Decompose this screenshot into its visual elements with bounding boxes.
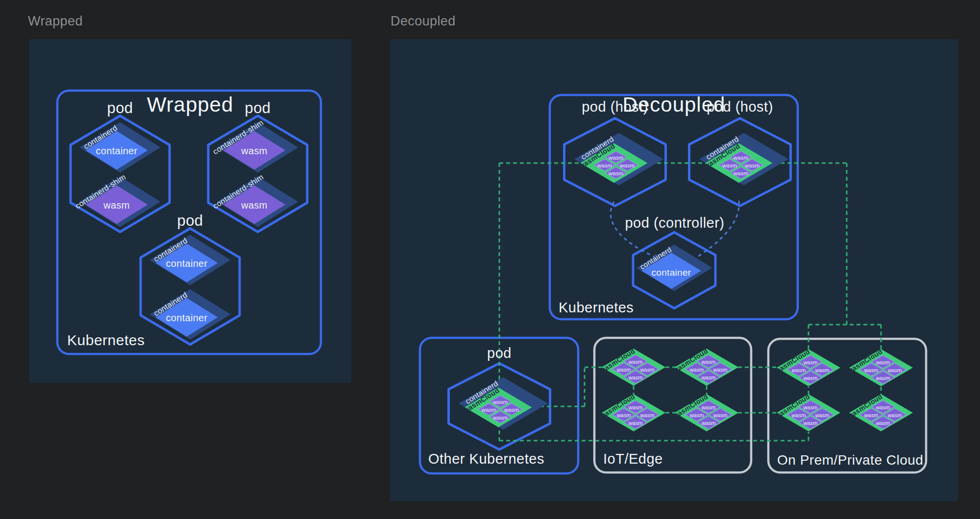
wasm-label: wasm: [689, 367, 704, 373]
inner-diamond-label: container: [652, 267, 691, 278]
wasm-label: wasm: [815, 412, 830, 418]
wasm-label: wasm: [744, 163, 760, 168]
wasm-label: wasm: [864, 412, 879, 418]
kubernetes-box-right-label: Kubernetes: [559, 300, 634, 315]
wasm-label: wasm: [616, 367, 631, 373]
wasm-label: wasm: [640, 412, 655, 418]
inner-diamond-label: container: [96, 145, 138, 156]
wasm-label: wasm: [815, 367, 830, 373]
wasm-label: wasm: [864, 367, 879, 373]
wasm-label: wasm: [628, 359, 643, 365]
inner-diamond-label: container: [166, 312, 208, 323]
inner-diamond-label: wasm: [241, 145, 267, 156]
wasm-label: wasm: [803, 404, 818, 410]
inner-diamond-label: wasm: [103, 200, 129, 211]
wasm-label: wasm: [628, 375, 643, 380]
wasm-label: wasm: [701, 375, 716, 380]
onprem-box-label: On Prem/Private Cloud: [777, 452, 923, 468]
wasm-label: wasm: [628, 404, 643, 410]
pod-label: pod (host): [707, 99, 773, 115]
inner-diamond-label: container: [166, 258, 208, 269]
wasm-label: wasm: [628, 420, 643, 426]
wasm-label: wasm: [876, 359, 890, 365]
pod-label: pod: [245, 99, 270, 117]
pod-label: pod (host): [582, 99, 648, 115]
wasm-label: wasm: [791, 367, 806, 373]
wasm-label: wasm: [722, 163, 737, 168]
wasm-label: wasm: [701, 420, 716, 426]
wasm-label: wasm: [876, 420, 890, 426]
wasm-label: wasm: [701, 404, 716, 410]
wasm-label: wasm: [887, 367, 902, 373]
inner-diamond-label: wasm: [241, 200, 267, 211]
pod-label: pod (controller): [625, 215, 724, 231]
wasm-label: wasm: [492, 399, 508, 405]
wasm-label: wasm: [481, 407, 496, 413]
kubernetes-box-left-label: Kubernetes: [67, 332, 145, 348]
pod-label: pod: [177, 212, 203, 229]
iot-edge-box-label: IoT/Edge: [603, 451, 663, 467]
wasm-label: wasm: [733, 155, 748, 161]
pod-label: pod: [107, 99, 133, 117]
wasm-label: wasm: [597, 163, 612, 168]
wasm-label: wasm: [504, 407, 519, 413]
wasm-label: wasm: [713, 412, 728, 418]
other-kubernetes-box-label: Other Kubernetes: [428, 451, 544, 467]
wasm-label: wasm: [876, 404, 890, 410]
wasm-label: wasm: [713, 367, 728, 373]
wasm-label: wasm: [803, 420, 818, 426]
pod-label: pod: [487, 345, 512, 361]
wasm-label: wasm: [876, 375, 890, 381]
diagram-canvas: Wrapped Decoupled Wrapped Decoupled cont…: [0, 0, 980, 519]
wasm-label: wasm: [689, 412, 704, 418]
wasm-label: wasm: [887, 412, 902, 418]
wasm-label: wasm: [616, 412, 631, 418]
diagram-scene: containerdcontainercontainerd-shimwasmco…: [0, 0, 980, 519]
wasm-label: wasm: [733, 170, 748, 176]
wasm-label: wasm: [701, 359, 716, 365]
wasm-label: wasm: [640, 367, 655, 373]
wasm-label: wasm: [492, 415, 508, 421]
wasm-label: wasm: [803, 375, 818, 381]
wasm-label: wasm: [608, 155, 623, 161]
wasm-label: wasm: [791, 412, 806, 418]
wasm-label: wasm: [608, 170, 623, 176]
wasm-label: wasm: [619, 163, 635, 168]
wasm-label: wasm: [803, 359, 818, 365]
